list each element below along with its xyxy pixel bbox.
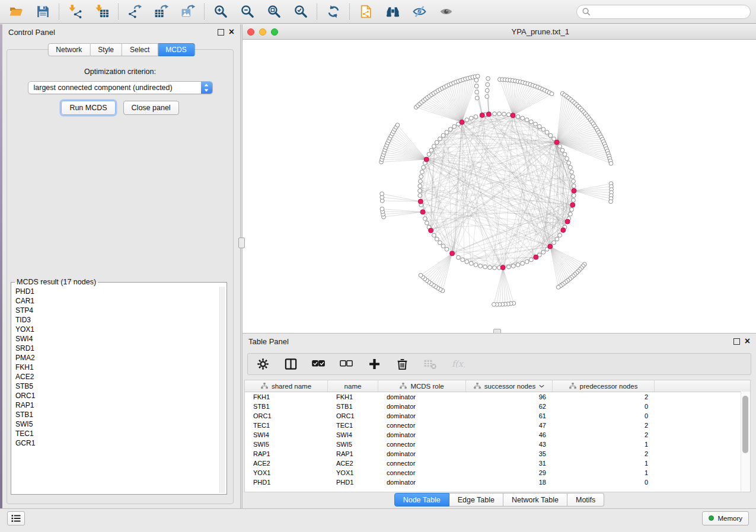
graph-node[interactable]: [570, 207, 574, 211]
mcds-result-item[interactable]: TEC1: [15, 429, 219, 438]
graph-dominator-node[interactable]: [511, 113, 515, 118]
graph-node[interactable]: [545, 130, 549, 134]
mcds-result-item[interactable]: STB1: [15, 410, 219, 419]
graph-node[interactable]: [485, 88, 489, 92]
graph-node[interactable]: [541, 127, 546, 132]
graph-node[interactable]: [507, 113, 511, 117]
graph-node[interactable]: [441, 244, 445, 248]
column-header-name[interactable]: name: [328, 380, 378, 392]
graph-node[interactable]: [521, 116, 525, 120]
graph-node[interactable]: [469, 261, 473, 265]
import-table-button[interactable]: [94, 4, 110, 20]
graph-node[interactable]: [572, 180, 576, 184]
graph-dominator-node[interactable]: [420, 210, 425, 214]
graph-node[interactable]: [486, 76, 490, 81]
table-scrollbar[interactable]: [741, 392, 750, 492]
mcds-result-item[interactable]: PMA2: [15, 353, 219, 363]
graph-node[interactable]: [570, 175, 575, 179]
graph-node[interactable]: [418, 184, 422, 188]
deselect-all-rows-button[interactable]: [340, 357, 353, 372]
graph-node[interactable]: [560, 148, 564, 152]
graph-node[interactable]: [445, 130, 449, 134]
graph-node[interactable]: [457, 255, 461, 259]
graph-node[interactable]: [432, 233, 436, 238]
zoom-fit-button[interactable]: [266, 4, 282, 20]
tab-network-table[interactable]: Network Table: [503, 493, 567, 507]
graph-node[interactable]: [565, 156, 569, 161]
refresh-layout-button[interactable]: [325, 4, 342, 20]
close-panel-icon[interactable]: ×: [229, 27, 234, 37]
tab-select[interactable]: Select: [122, 43, 158, 56]
graph-node[interactable]: [525, 259, 529, 264]
graph-node[interactable]: [419, 175, 423, 179]
table-row[interactable]: FKH1FKH1dominator962: [245, 392, 750, 402]
export-table-button[interactable]: [153, 4, 170, 20]
tab-motifs[interactable]: Motifs: [567, 493, 604, 507]
graph-node[interactable]: [475, 90, 479, 94]
graph-dominator-node[interactable]: [534, 255, 538, 259]
graph-node[interactable]: [435, 140, 439, 145]
graph-node[interactable]: [438, 137, 442, 141]
graph-node[interactable]: [452, 124, 457, 129]
graph-node[interactable]: [429, 148, 433, 152]
graph-dominator-node[interactable]: [570, 203, 575, 207]
graph-node[interactable]: [445, 247, 449, 251]
traffic-light-zoom[interactable]: [271, 28, 278, 36]
mcds-result-item[interactable]: CAR1: [15, 296, 219, 306]
graph-node[interactable]: [521, 261, 525, 265]
graph-node[interactable]: [474, 115, 478, 119]
column-header-predecessor-nodes[interactable]: predecessor nodes: [553, 380, 655, 392]
graph-node[interactable]: [485, 95, 489, 99]
memory-button[interactable]: Memory: [702, 511, 749, 525]
graph-node[interactable]: [541, 250, 546, 254]
mcds-result-item[interactable]: SWI4: [15, 334, 219, 344]
graph-node[interactable]: [448, 127, 452, 132]
zoom-out-button[interactable]: [239, 4, 256, 20]
graph-node[interactable]: [567, 161, 571, 165]
tab-style[interactable]: Style: [90, 43, 122, 56]
graph-node[interactable]: [423, 217, 427, 221]
graph-dominator-node[interactable]: [565, 219, 570, 224]
graph-node[interactable]: [441, 133, 445, 137]
table-row[interactable]: ORC1ORC1dominator610: [245, 411, 750, 421]
graph-node[interactable]: [419, 273, 423, 277]
graph-node[interactable]: [465, 118, 469, 122]
mcds-list-scrollbar[interactable]: [219, 287, 225, 493]
mcds-result-item[interactable]: SRD1: [15, 344, 219, 353]
graph-node[interactable]: [525, 118, 529, 122]
graph-node[interactable]: [486, 82, 490, 86]
show-all-button[interactable]: [438, 4, 454, 20]
graph-node[interactable]: [418, 194, 422, 198]
column-header-successor-nodes[interactable]: successor nodes: [466, 380, 553, 392]
graph-node[interactable]: [483, 265, 487, 269]
graph-node[interactable]: [507, 265, 511, 269]
network-canvas[interactable]: [243, 40, 756, 333]
graph-dominator-node[interactable]: [486, 112, 491, 117]
graph-node[interactable]: [556, 285, 560, 289]
mcds-result-item[interactable]: TID3: [15, 315, 219, 325]
show-columns-button[interactable]: [284, 357, 298, 372]
save-session-button[interactable]: [34, 4, 51, 20]
traffic-light-minimize[interactable]: [259, 28, 266, 36]
close-panel-button[interactable]: Close panel: [123, 101, 179, 115]
first-neighbors-button[interactable]: [384, 4, 401, 20]
graph-node[interactable]: [422, 165, 426, 169]
graph-dominator-node[interactable]: [480, 113, 484, 117]
graph-node[interactable]: [474, 84, 479, 88]
mcds-result-item[interactable]: FKH1: [15, 363, 219, 372]
import-network-button[interactable]: [67, 4, 84, 20]
mcds-result-item[interactable]: SWI5: [15, 419, 219, 429]
graph-node[interactable]: [492, 303, 496, 307]
graph-node[interactable]: [516, 115, 520, 119]
mcds-result-item[interactable]: RAP1: [15, 400, 219, 410]
table-row[interactable]: ACE2ACE2connector311: [245, 459, 750, 468]
graph-node[interactable]: [418, 189, 422, 193]
vertical-splitter-handle[interactable]: [238, 238, 245, 248]
mcds-result-item[interactable]: ORC1: [15, 391, 219, 400]
graph-node[interactable]: [570, 170, 574, 174]
graph-node[interactable]: [569, 165, 573, 169]
graph-node[interactable]: [488, 265, 492, 270]
select-all-rows-button[interactable]: [312, 357, 326, 372]
graph-node[interactable]: [572, 198, 576, 203]
graph-node[interactable]: [474, 78, 479, 82]
